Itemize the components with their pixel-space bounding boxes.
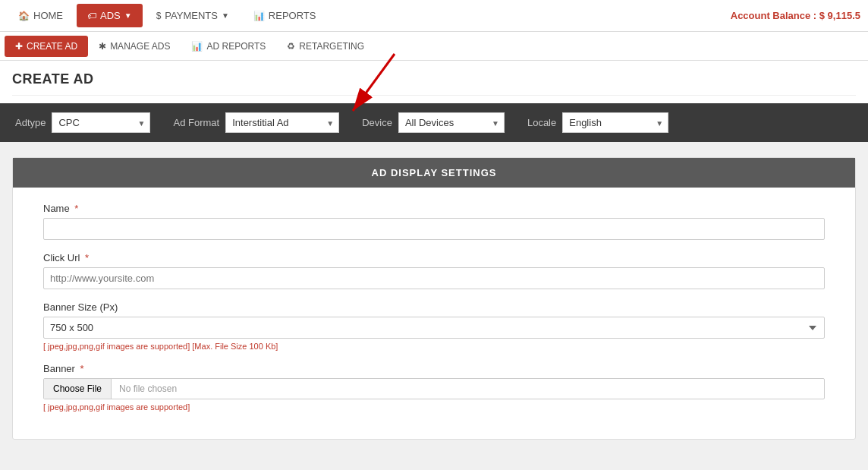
subnav-manage-ads[interactable]: ✱ MANAGE ADS bbox=[88, 36, 181, 57]
banner-required-marker: * bbox=[80, 363, 84, 374]
device-select-wrapper: All Devices Desktop Mobile Tablet bbox=[398, 112, 505, 133]
name-form-group: Name * bbox=[43, 203, 825, 240]
bannersize-label: Banner Size (Px) bbox=[43, 301, 825, 313]
adtype-filter-group: Adtype CPC CPM CPA bbox=[15, 112, 150, 133]
nav-items: 🏠 HOME 🏷 ADS ▼ $ PAYMENTS ▼ 📊 REPORTS bbox=[8, 4, 731, 27]
clickurl-form-group: Click Url * bbox=[43, 252, 825, 289]
create-ad-icon: ✚ bbox=[15, 41, 23, 52]
account-balance: Account Balance : $ 9,115.5 bbox=[731, 10, 860, 21]
form-body: Name * Click Url * Banner Size (Px) 750 … bbox=[13, 203, 855, 412]
clickurl-required-marker: * bbox=[85, 252, 89, 263]
adformat-label: Ad Format bbox=[173, 117, 219, 128]
adformat-filter-group: Ad Format Interstitial Ad Banner Ad Nati… bbox=[173, 112, 339, 133]
filter-bar: Adtype CPC CPM CPA Ad Format Interstitia… bbox=[0, 103, 868, 142]
nav-home-label: HOME bbox=[33, 10, 63, 21]
top-navigation: 🏠 HOME 🏷 ADS ▼ $ PAYMENTS ▼ 📊 REPORTS Ac… bbox=[0, 0, 868, 32]
nav-home[interactable]: 🏠 HOME bbox=[8, 4, 74, 27]
banner-form-group: Banner * Choose File No file chosen [ jp… bbox=[43, 363, 825, 412]
page-title-bar: CREATE AD bbox=[0, 61, 868, 103]
clickurl-input[interactable] bbox=[43, 267, 825, 289]
file-input-row: Choose File No file chosen bbox=[43, 378, 825, 399]
file-name-display: No file chosen bbox=[112, 379, 824, 399]
name-required-marker: * bbox=[74, 203, 78, 214]
choose-file-button[interactable]: Choose File bbox=[44, 379, 112, 399]
locale-label: Locale bbox=[527, 117, 556, 128]
bannersize-form-group: Banner Size (Px) 750 x 500 300 x 250 728… bbox=[43, 301, 825, 351]
nav-ads[interactable]: 🏷 ADS ▼ bbox=[77, 4, 143, 27]
home-icon: 🏠 bbox=[18, 11, 30, 21]
device-select[interactable]: All Devices Desktop Mobile Tablet bbox=[398, 112, 505, 133]
device-filter-group: Device All Devices Desktop Mobile Tablet bbox=[362, 112, 505, 133]
nav-payments-label: PAYMENTS bbox=[165, 10, 218, 21]
card-header: AD DISPLAY SETTINGS bbox=[13, 158, 855, 188]
subnav-retargeting-label: RETARGETING bbox=[299, 41, 364, 52]
ads-icon: 🏷 bbox=[87, 11, 96, 21]
subnav-create-ad-label: CREATE AD bbox=[27, 41, 77, 52]
title-divider bbox=[12, 95, 856, 96]
banner-label: Banner * bbox=[43, 363, 825, 374]
bannersize-select[interactable]: 750 x 500 300 x 250 728 x 90 320 x 50 bbox=[43, 317, 825, 339]
banner-hint: [ jpeg,jpg,png,gif images are supported] bbox=[43, 402, 825, 412]
locale-select-wrapper: English Spanish French German bbox=[562, 112, 668, 133]
adformat-select[interactable]: Interstitial Ad Banner Ad Native Ad bbox=[225, 112, 339, 133]
nav-reports-label: REPORTS bbox=[269, 10, 316, 21]
subnav-ad-reports-label: AD REPORTS bbox=[206, 41, 266, 52]
subnav-retargeting[interactable]: ♻ RETARGETING bbox=[276, 36, 375, 57]
payments-dropdown-icon: ▼ bbox=[222, 11, 229, 20]
adtype-select-wrapper: CPC CPM CPA bbox=[52, 112, 150, 133]
ad-display-settings-card: AD DISPLAY SETTINGS Name * Click Url * bbox=[12, 157, 856, 440]
payments-icon: $ bbox=[156, 11, 162, 21]
filter-bar-container: Adtype CPC CPM CPA Ad Format Interstitia… bbox=[0, 103, 868, 142]
locale-filter-group: Locale English Spanish French German bbox=[527, 112, 668, 133]
adtype-select[interactable]: CPC CPM CPA bbox=[52, 112, 150, 133]
nav-reports[interactable]: 📊 REPORTS bbox=[243, 4, 327, 27]
sub-navigation: ✚ CREATE AD ✱ MANAGE ADS 📊 AD REPORTS ♻ … bbox=[0, 32, 868, 61]
reports-icon: 📊 bbox=[253, 11, 265, 21]
subnav-create-ad[interactable]: ✚ CREATE AD bbox=[5, 36, 88, 57]
device-label: Device bbox=[362, 117, 392, 128]
retargeting-icon: ♻ bbox=[287, 41, 295, 52]
main-content: AD DISPLAY SETTINGS Name * Click Url * bbox=[0, 142, 868, 455]
subnav-manage-ads-label: MANAGE ADS bbox=[110, 41, 170, 52]
adtype-label: Adtype bbox=[15, 117, 46, 128]
page-title: CREATE AD bbox=[12, 71, 856, 87]
name-label: Name * bbox=[43, 203, 825, 214]
nav-payments[interactable]: $ PAYMENTS ▼ bbox=[146, 4, 240, 27]
image-hint: [ jpeg,jpg,png,gif images are supported]… bbox=[43, 342, 825, 351]
ads-dropdown-icon: ▼ bbox=[124, 11, 132, 20]
ad-reports-icon: 📊 bbox=[191, 41, 203, 52]
nav-ads-label: ADS bbox=[100, 10, 121, 21]
adformat-select-wrapper: Interstitial Ad Banner Ad Native Ad bbox=[225, 112, 339, 133]
clickurl-label: Click Url * bbox=[43, 252, 825, 263]
subnav-ad-reports[interactable]: 📊 AD REPORTS bbox=[181, 36, 276, 57]
locale-select[interactable]: English Spanish French German bbox=[562, 112, 668, 133]
manage-ads-icon: ✱ bbox=[99, 41, 106, 52]
name-input[interactable] bbox=[43, 218, 825, 240]
